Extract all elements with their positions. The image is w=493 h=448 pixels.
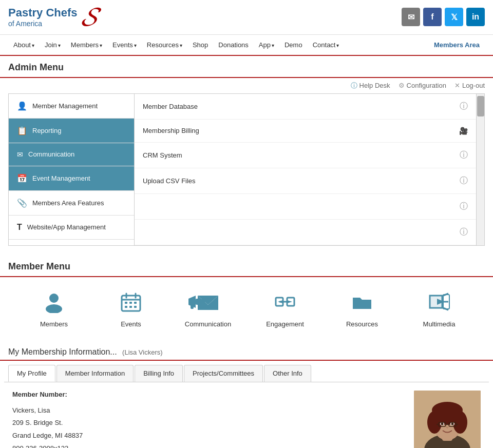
sidebar-item-member-management[interactable]: 👤 Member Management: [9, 94, 134, 119]
reporting-icon: 📋: [17, 126, 27, 135]
svg-rect-11: [134, 306, 137, 308]
facebook-icon[interactable]: f: [423, 8, 442, 26]
member-icon-resources[interactable]: Resources: [336, 287, 388, 328]
info-icon-4: ⓘ: [460, 201, 468, 212]
admin-sidebar: 👤 Member Management 📋 Reporting ✉ Commun…: [9, 94, 135, 245]
svg-rect-9: [125, 306, 127, 308]
tab-projects-committees[interactable]: Projects/Committees: [184, 365, 263, 382]
content-row-upload-csv[interactable]: Upload CSV Files ⓘ: [135, 168, 476, 194]
events-label: Events: [121, 320, 141, 328]
sidebar-item-reporting[interactable]: 📋 Reporting: [9, 119, 134, 143]
close-icon: ✕: [454, 82, 460, 89]
nav-item-donations[interactable]: Donations: [213, 35, 254, 55]
tab-my-profile[interactable]: My Profile: [8, 365, 55, 382]
content-row-label: Upload CSV Files: [143, 177, 196, 185]
svg-rect-7: [129, 302, 132, 304]
nav-item-about[interactable]: About: [8, 35, 40, 55]
text-icon: T: [17, 223, 22, 232]
member-icon-events[interactable]: Events: [105, 287, 157, 328]
info-icon-3: ⓘ: [460, 176, 468, 186]
members-icon: [40, 287, 68, 316]
nav-item-events[interactable]: Events: [107, 35, 142, 55]
svg-point-0: [49, 294, 59, 303]
linkedin-icon[interactable]: in: [466, 8, 485, 26]
social-icons: ✉ f 𝕏 in: [402, 8, 485, 26]
gear-icon: ⚙: [399, 82, 405, 89]
main-nav: About Join Members Events Resources Shop…: [0, 35, 493, 56]
calendar-icon: 📅: [17, 173, 27, 183]
membership-user-name: (Lisa Vickers): [122, 348, 163, 356]
content-row-crm-system[interactable]: CRM System ⓘ: [135, 143, 476, 168]
logout-button[interactable]: ✕ Log-out: [454, 82, 485, 89]
profile-content: Member Number: Vickers, Lisa 209 S. Brid…: [0, 382, 493, 448]
tab-other-info[interactable]: Other Info: [264, 365, 311, 382]
member-menu-header: Member Menu: [0, 255, 493, 277]
twitter-icon[interactable]: 𝕏: [445, 8, 463, 26]
member-icon-communication[interactable]: Communication: [182, 287, 234, 328]
help-desk-icon: ⓘ: [351, 81, 357, 90]
profile-photo-image: [414, 391, 481, 448]
svg-point-41: [441, 422, 444, 425]
member-menu-title: Member Menu: [8, 261, 70, 271]
help-desk-button[interactable]: ⓘ Help Desk: [351, 81, 390, 90]
page-header: Pastry Chefs of America 𝓢 ✉ f 𝕏 in: [0, 0, 493, 35]
events-icon: [117, 287, 145, 316]
svg-rect-8: [134, 302, 137, 304]
sidebar-item-label: Event Management: [32, 174, 90, 182]
scrollbar-thumb: [477, 96, 484, 116]
resources-label: Resources: [346, 320, 378, 328]
multimedia-label: Multimedia: [423, 320, 456, 328]
member-icon-members[interactable]: Members: [28, 287, 80, 328]
members-label: Members: [40, 320, 68, 328]
scrollbar[interactable]: [476, 94, 484, 245]
sidebar-item-label: Members Area Features: [32, 199, 104, 207]
content-row-empty2[interactable]: ⓘ: [135, 220, 476, 245]
sidebar-item-label: Reporting: [32, 127, 61, 134]
resources-icon: [348, 287, 376, 316]
nav-item-contact[interactable]: Contact: [308, 35, 345, 55]
logo-swirl: 𝓢: [81, 5, 97, 29]
paperclip-icon: 📎: [17, 198, 27, 208]
admin-menu-title: Admin Menu: [0, 56, 493, 78]
multimedia-icon: [425, 287, 453, 316]
svg-marker-23: [278, 300, 283, 303]
svg-rect-17: [191, 305, 194, 309]
content-row-membership-billing[interactable]: Membership Billing 🎥: [135, 120, 476, 143]
help-desk-label: Help Desk: [359, 82, 390, 89]
nav-item-join[interactable]: Join: [40, 35, 66, 55]
content-row-member-database[interactable]: Member Database ⓘ: [135, 94, 476, 120]
sidebar-item-website-app-management[interactable]: T Website/App Management: [9, 216, 134, 240]
admin-panel: 👤 Member Management 📋 Reporting ✉ Commun…: [8, 93, 485, 246]
nav-item-members[interactable]: Members: [66, 35, 107, 55]
communication-icon: [194, 287, 222, 316]
svg-rect-6: [125, 302, 127, 304]
svg-rect-16: [196, 299, 200, 305]
member-icon-multimedia[interactable]: Multimedia: [413, 287, 465, 328]
tab-billing-info[interactable]: Billing Info: [135, 365, 183, 382]
svg-point-1: [46, 304, 62, 313]
nav-item-demo[interactable]: Demo: [279, 35, 308, 55]
tab-member-information[interactable]: Member Information: [56, 365, 134, 382]
content-row-empty1[interactable]: ⓘ: [135, 194, 476, 220]
sidebar-item-members-area-features[interactable]: 📎 Members Area Features: [9, 191, 134, 216]
sidebar-item-communication[interactable]: ✉ Communication: [9, 143, 134, 166]
logout-label: Log-out: [462, 82, 485, 89]
info-icon-2: ⓘ: [460, 150, 468, 161]
content-row-label: Membership Billing: [143, 127, 199, 134]
nav-item-resources[interactable]: Resources: [142, 35, 187, 55]
communication-label: Communication: [185, 320, 231, 328]
nav-item-shop[interactable]: Shop: [187, 35, 213, 55]
profile-name: Vickers, Lisa: [12, 404, 399, 417]
nav-members-area[interactable]: Members Area: [429, 35, 485, 55]
membership-section: My Membership Information... (Lisa Vicke…: [0, 342, 493, 361]
configuration-button[interactable]: ⚙ Configuration: [399, 82, 446, 89]
svg-point-42: [451, 422, 454, 425]
content-row-label: Member Database: [143, 103, 198, 110]
video-icon: 🎥: [459, 127, 468, 135]
sidebar-item-event-management[interactable]: 📅 Event Management: [9, 166, 134, 191]
member-icon-engagement[interactable]: Engagement: [259, 287, 311, 328]
engagement-label: Engagement: [266, 320, 304, 328]
email-icon[interactable]: ✉: [402, 8, 420, 26]
nav-item-app[interactable]: App: [254, 35, 279, 55]
logo-line1: Pastry Chefs: [8, 6, 78, 20]
